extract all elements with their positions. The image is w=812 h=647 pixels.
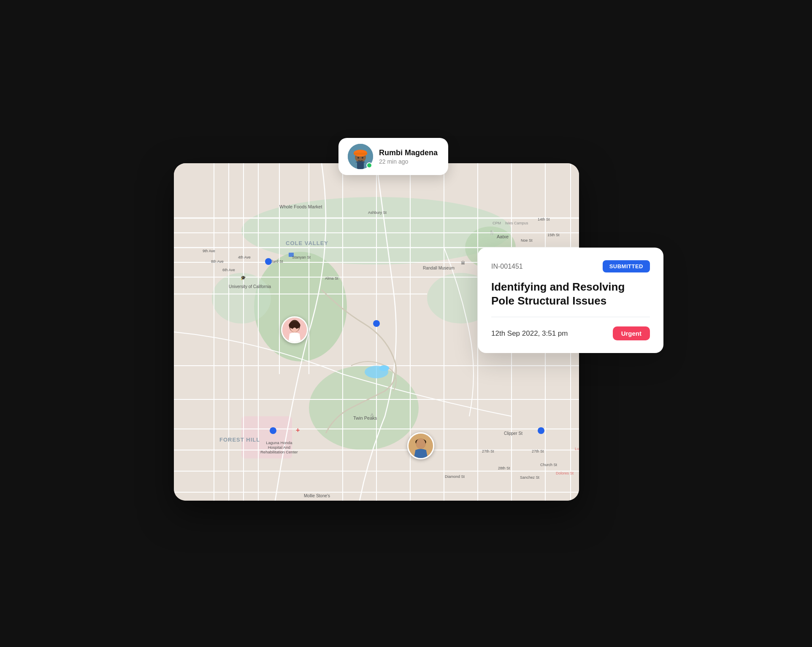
status-badge-submitted: SUBMITTED xyxy=(603,260,650,272)
svg-point-61 xyxy=(362,157,363,159)
svg-rect-7 xyxy=(241,416,292,458)
map-person-male xyxy=(407,432,434,459)
svg-rect-36 xyxy=(289,253,294,257)
svg-text:🎓: 🎓 xyxy=(241,275,246,280)
map-dot-teal xyxy=(379,365,389,371)
map-person-female xyxy=(281,316,308,343)
svg-text:🏛: 🏛 xyxy=(461,261,465,265)
svg-text:Ivies Campus: Ivies Campus xyxy=(505,221,528,225)
map-dot-1 xyxy=(265,258,272,265)
scene: + 🍴 🏛 🎓 ⚠ CPM Ivies Campus Lu Whole Food… xyxy=(174,129,638,518)
incident-header: IN-001451 SUBMITTED xyxy=(491,260,650,272)
svg-text:CPM: CPM xyxy=(493,221,501,225)
map-dot-5 xyxy=(538,427,544,434)
svg-point-3 xyxy=(309,366,419,450)
worker-info: Rumbi Magdena 22 min ago xyxy=(379,148,438,165)
online-dot xyxy=(366,162,372,168)
svg-point-60 xyxy=(357,157,359,159)
incident-footer: 12th Sep 2022, 3:51 pm Urgent xyxy=(491,326,650,340)
incident-id: IN-001451 xyxy=(491,263,523,270)
svg-rect-56 xyxy=(357,162,364,169)
svg-text:⚠: ⚠ xyxy=(370,412,374,417)
svg-point-6 xyxy=(212,273,271,324)
worker-name: Rumbi Magdena xyxy=(379,148,438,157)
incident-card: IN-001451 SUBMITTED Identifying and Reso… xyxy=(478,248,663,353)
incident-date: 12th Sep 2022, 3:51 pm xyxy=(491,329,568,338)
svg-text:🍴: 🍴 xyxy=(489,229,495,235)
incident-title: Identifying and Resolving Pole Structura… xyxy=(491,280,650,307)
svg-point-54 xyxy=(419,444,422,448)
incident-divider xyxy=(491,317,650,317)
map-dot-2 xyxy=(373,320,380,327)
worker-popup: Rumbi Magdena 22 min ago xyxy=(338,138,448,175)
worker-time: 22 min ago xyxy=(379,158,438,165)
svg-rect-59 xyxy=(354,153,367,155)
svg-text:+: + xyxy=(296,426,300,434)
svg-point-49 xyxy=(292,328,296,332)
svg-text:Lu: Lu xyxy=(575,447,579,451)
priority-badge-urgent: Urgent xyxy=(613,326,650,340)
map-dot-4 xyxy=(270,427,276,434)
worker-avatar-wrap xyxy=(348,144,373,169)
